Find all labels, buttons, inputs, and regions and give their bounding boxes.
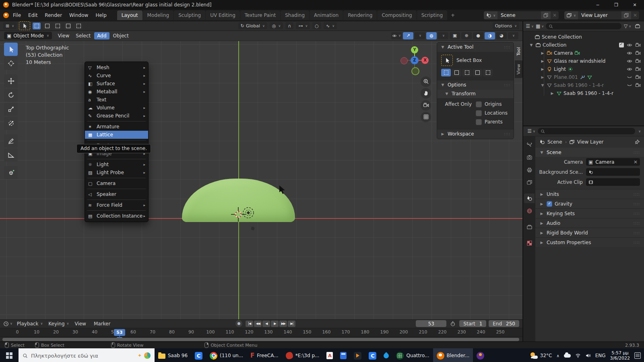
auto-keying-toggle[interactable] <box>235 320 242 327</box>
outliner-row-collection[interactable]: ▼ Collection <box>523 41 644 49</box>
tool-annotate[interactable] <box>4 134 18 148</box>
viewport-menu-item[interactable]: Add <box>94 32 109 39</box>
language-indicator[interactable]: ENG <box>595 353 606 358</box>
viewport-menu-item[interactable]: Object <box>110 32 132 39</box>
add-menu-item[interactable]: ✎ Grease Pencil ▸ <box>85 112 148 120</box>
select-mode-new-button[interactable] <box>33 23 41 29</box>
add-menu-item[interactable] <box>87 200 146 200</box>
tab-tool[interactable] <box>524 140 535 150</box>
hide-eye-icon[interactable] <box>627 58 632 64</box>
timeline-menu-item[interactable]: View <box>72 320 91 327</box>
workspace-tab[interactable]: Sculpting <box>174 10 205 20</box>
play-reverse-button[interactable]: ◀ <box>262 321 270 327</box>
scene-selector[interactable]: ∨ Scene ✕ <box>484 11 559 19</box>
gizmo-x-axis[interactable]: X <box>421 57 429 64</box>
current-frame-badge[interactable]: 53 <box>114 329 125 336</box>
origins-checkbox[interactable] <box>476 101 482 107</box>
add-menu-item[interactable]: ▽ Mesh ▸ <box>85 64 148 72</box>
tool-add-cube[interactable] <box>4 166 18 179</box>
add-menu-item[interactable]: ▨ Light Probe ▸ <box>85 169 148 177</box>
orthographic-toggle-button[interactable] <box>421 112 431 122</box>
gizmo-neg-y-axis[interactable] <box>411 67 419 75</box>
select-mode-intersect-button[interactable] <box>74 23 83 29</box>
workspace-tab[interactable]: Texture Paint <box>240 10 280 20</box>
notification-center-icon[interactable] <box>634 352 641 359</box>
outliner-row-saab96-meshdata[interactable]: ▶ Saab 96 1960 - 1-4-r <box>523 89 644 97</box>
speaker-icon[interactable] <box>585 353 591 358</box>
tab-render[interactable] <box>524 152 535 162</box>
outliner-row-glass-rear-windshield[interactable]: ▶ Glass rear windshield <box>523 57 644 65</box>
taskbar-app-saab96-folder[interactable]: Saab 96 <box>155 348 191 362</box>
gizmo-neg-x-axis[interactable] <box>400 57 408 64</box>
tab-scene[interactable] <box>524 193 535 203</box>
add-workspace-button[interactable]: + <box>448 10 458 20</box>
taskbar-app-blender[interactable]: Blender... <box>433 348 473 362</box>
add-menu-item[interactable]: ▤ Collection Instance ▸ <box>85 212 148 220</box>
add-menu-item[interactable]: ▦ Lattice <box>85 131 148 139</box>
play-button[interactable]: ▶ <box>271 321 279 327</box>
delete-view-layer-button[interactable]: ✕ <box>631 11 639 19</box>
transform-orientation-dropdown[interactable]: ↻ Global∨ <box>238 22 267 29</box>
outliner-row-saab96[interactable]: ▼ Saab 96 1960 - 1-4-r <box>523 81 644 89</box>
select-mode-subtract-button[interactable] <box>54 23 62 29</box>
properties-section-header[interactable]: ▶ Gravity <box>535 199 644 208</box>
add-menu-item[interactable]: ◁ Speaker <box>85 190 148 198</box>
workspace-tab[interactable]: Modeling <box>143 10 174 20</box>
gizmo-dropdown[interactable]: ∨ <box>415 32 425 39</box>
timeline-editor-type-button[interactable]: ∨ <box>3 320 12 327</box>
sidebar-tab[interactable]: Tool <box>515 43 522 59</box>
add-menu-item[interactable]: ◉ Metaball ▸ <box>85 88 148 96</box>
mode-extend-button[interactable] <box>452 69 461 76</box>
menubar-item[interactable]: Help <box>92 11 110 20</box>
workspace-tab[interactable]: Shading <box>281 10 309 20</box>
tool-move[interactable] <box>4 74 18 88</box>
outliner-editor-type-button[interactable]: ☰∨ <box>526 23 534 30</box>
properties-section-header[interactable]: ▶ Audio <box>535 218 644 228</box>
parents-checkbox[interactable] <box>476 119 482 125</box>
properties-section-header[interactable]: ▶ Units <box>535 189 644 199</box>
scene-panel-header[interactable]: ▼Scene <box>535 148 644 157</box>
object-visibility-dropdown[interactable]: ∨ <box>391 32 402 39</box>
proportional-falloff-dropdown[interactable]: ∿∨ <box>324 22 337 29</box>
hide-eye-icon[interactable] <box>627 66 632 72</box>
prev-keyframe-button[interactable]: ◀◀ <box>254 321 262 327</box>
properties-options-dropdown[interactable]: ∨ <box>638 130 641 133</box>
active-clip-field[interactable] <box>586 178 640 186</box>
snap-mode-dropdown[interactable]: ⊶∨ <box>296 22 310 29</box>
outliner-filter-button[interactable]: ▽∨ <box>623 23 632 30</box>
timeline-menu-item[interactable]: Playback∨ <box>14 320 45 327</box>
locations-checkbox[interactable] <box>476 110 482 116</box>
menubar-item[interactable]: Edit <box>25 11 41 20</box>
select-box-tool-icon[interactable] <box>441 55 453 66</box>
mode-intersect-button[interactable] <box>483 69 493 76</box>
shading-material-button[interactable]: ◑ <box>485 32 495 39</box>
view-layer-name[interactable]: View Layer <box>578 12 621 18</box>
new-scene-button[interactable] <box>541 11 551 19</box>
workspace-tab[interactable]: Compositing <box>377 10 416 20</box>
disable-render-icon[interactable] <box>635 66 641 72</box>
properties-section-header[interactable]: ▶ Keying Sets <box>535 208 644 218</box>
shading-solid-button[interactable]: ● <box>473 32 483 39</box>
mode-subtract-button[interactable] <box>462 69 472 76</box>
proportional-editing-toggle[interactable]: ○ <box>312 22 321 29</box>
editor-type-button[interactable]: ⊞∨ <box>3 22 17 29</box>
disable-render-icon[interactable] <box>635 82 641 88</box>
taskbar-app-calculator[interactable] <box>336 348 350 362</box>
overlays-dropdown[interactable]: ∨ <box>438 32 448 39</box>
taskbar-app-powerdvd[interactable] <box>350 348 365 362</box>
gizmo-z-axis[interactable]: Z <box>411 56 419 64</box>
hidden-eye-icon[interactable] <box>627 74 632 80</box>
menubar-item[interactable]: File <box>9 11 25 20</box>
outliner-search-input[interactable] <box>546 23 621 29</box>
weather-widget[interactable]: 32°C <box>530 352 552 359</box>
tab-texture[interactable] <box>524 238 535 248</box>
outliner-row-scene-collection[interactable]: Scene Collection <box>523 33 644 41</box>
close-button[interactable]: ✕ <box>625 0 644 10</box>
taskbar-app-c-blue-2[interactable] <box>365 348 380 362</box>
pin-icon[interactable] <box>634 139 640 145</box>
horizontal-scrollbar[interactable] <box>2 338 519 341</box>
drag-dots-icon[interactable] <box>504 45 510 49</box>
tool-select-box[interactable] <box>4 43 18 56</box>
add-menu-item[interactable]: ∿ Curve ▸ <box>85 72 148 80</box>
shading-rendered-button[interactable]: ◕ <box>496 32 507 39</box>
